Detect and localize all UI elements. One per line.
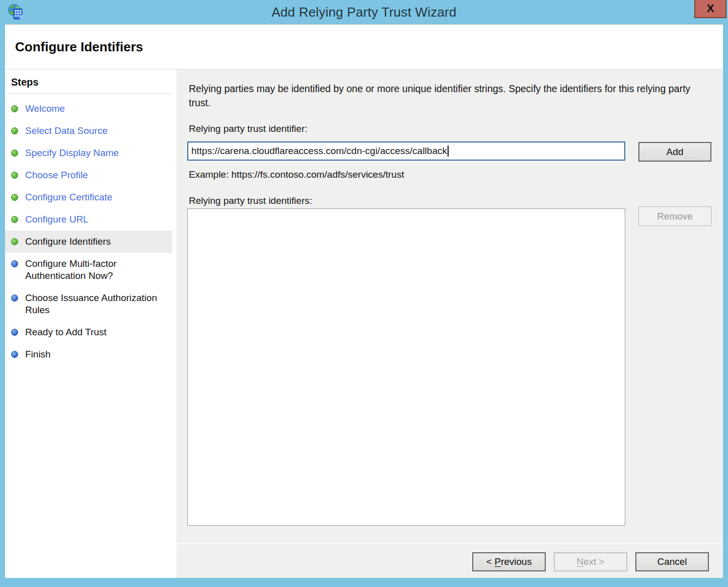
wizard-frame: Configure Identifiers Steps Welcome Sele…: [5, 24, 723, 578]
step-bullet-icon: [11, 194, 18, 201]
step-label: Configure Identifiers: [25, 236, 111, 248]
step-bullet-icon: [11, 172, 18, 179]
example-text: Example: https://fs.contoso.com/adfs/ser…: [189, 169, 404, 180]
sidebar-step-welcome[interactable]: Welcome: [5, 98, 172, 120]
sidebar-step-configure-multi-factor-authentication-now: Configure Multi-factor Authentication No…: [5, 253, 172, 287]
add-button[interactable]: Add: [638, 142, 711, 162]
identifier-label: Relying party trust identifier:: [189, 123, 308, 134]
sidebar-step-ready-to-add-trust: Ready to Add Trust: [5, 321, 172, 343]
step-bullet-icon: [11, 260, 18, 267]
steps-heading: Steps: [11, 77, 172, 88]
steps-divider: [5, 93, 172, 94]
identifiers-list-label: Relying party trust identifiers:: [189, 195, 312, 206]
sidebar-step-configure-certificate[interactable]: Configure Certificate: [5, 186, 172, 208]
page-title: Configure Identifiers: [15, 39, 143, 55]
step-bullet-icon: [11, 238, 18, 245]
adfs-app-icon: [7, 3, 25, 21]
step-label: Choose Profile: [25, 169, 88, 181]
window-title: Add Relying Party Trust Wizard: [0, 5, 728, 20]
step-bullet-icon: [11, 351, 18, 358]
identifiers-listbox[interactable]: [187, 208, 625, 526]
sidebar-step-choose-profile[interactable]: Choose Profile: [5, 164, 172, 186]
step-label: Configure Certificate: [25, 191, 112, 203]
step-bullet-icon: [11, 127, 18, 134]
main-panel: Relying parties may be identified by one…: [176, 69, 723, 578]
step-bullet-icon: [11, 295, 18, 302]
sidebar-step-configure-identifiers: Configure Identifiers: [5, 231, 172, 253]
main-content: Relying parties may be identified by one…: [176, 69, 723, 543]
previous-button[interactable]: < Previous: [472, 552, 546, 571]
step-label: Ready to Add Trust: [25, 326, 107, 338]
step-bullet-icon: [11, 216, 18, 223]
wizard-window: Add Relying Party Trust Wizard X Configu…: [0, 0, 728, 587]
sidebar-step-choose-issuance-authorization-rules: Choose Issuance Authorization Rules: [5, 287, 172, 321]
footer-button-bar: < Previous Next > Cancel: [176, 543, 723, 578]
step-label: Configure Multi-factor Authentication No…: [25, 258, 169, 282]
identifier-input-value: https://carena.cloudflareaccess.com/cdn-…: [191, 145, 447, 157]
step-label: Configure URL: [25, 213, 89, 226]
step-bullet-icon: [11, 150, 18, 157]
step-label: Choose Issuance Authorization Rules: [25, 292, 169, 316]
sidebar-step-specify-display-name[interactable]: Specify Display Name: [5, 142, 172, 164]
title-bar: Add Relying Party Trust Wizard X: [0, 0, 728, 24]
intro-text: Relying parties may be identified by one…: [189, 82, 707, 110]
next-button[interactable]: Next >: [554, 552, 627, 571]
sidebar-step-configure-url[interactable]: Configure URL: [5, 208, 172, 231]
close-button[interactable]: X: [694, 0, 726, 18]
step-label: Welcome: [25, 103, 65, 115]
page-header: Configure Identifiers: [5, 24, 723, 69]
cancel-button[interactable]: Cancel: [635, 552, 709, 571]
steps-sidebar: Steps Welcome Select Data Source Specify…: [5, 69, 172, 578]
remove-button[interactable]: Remove: [638, 206, 711, 226]
step-label: Finish: [25, 348, 51, 360]
step-label: Specify Display Name: [25, 147, 119, 159]
step-label: Select Data Source: [25, 125, 108, 137]
step-bullet-icon: [11, 329, 18, 336]
sidebar-step-finish: Finish: [5, 343, 172, 365]
identifier-input[interactable]: https://carena.cloudflareaccess.com/cdn-…: [187, 141, 625, 161]
step-bullet-icon: [11, 105, 18, 112]
steps-list: Welcome Select Data Source Specify Displ…: [5, 98, 172, 365]
text-caret: [448, 145, 449, 157]
sidebar-step-select-data-source[interactable]: Select Data Source: [5, 120, 172, 142]
